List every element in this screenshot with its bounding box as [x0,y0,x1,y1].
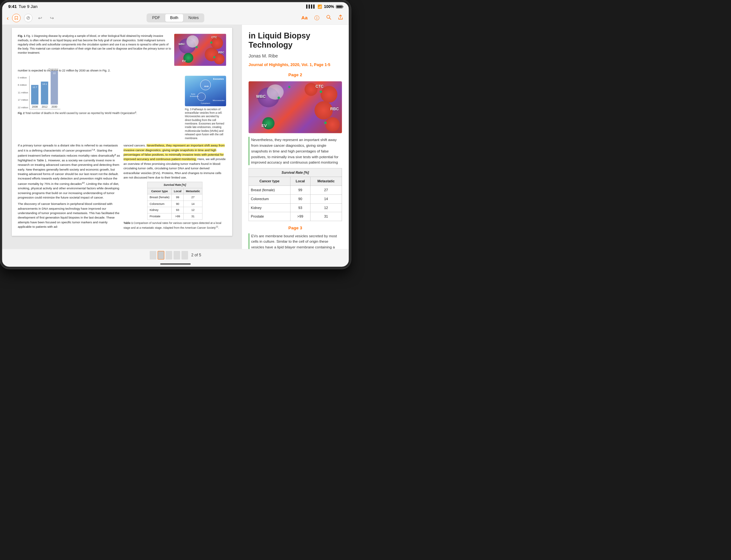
pdf-inline-table: Survival Rate [%] Cancer type Local Meta… [147,182,202,219]
table-row: Colorectum9014 [249,194,342,203]
font-button[interactable]: Aa [300,14,308,22]
body-text-right: vanced cancers. Nevertheless, they repre… [124,143,226,230]
fig1-image: CTC WBC RBC EV [174,34,226,66]
segment-pdf[interactable]: PDF [147,14,165,22]
notes-table-col3: Metastatic [310,177,342,186]
fig3-area: Exosomes MVB Early Endosome Microvesicle… [185,76,226,140]
segment-both[interactable]: Both [165,14,183,22]
chart-caption: Fig. 2 Total number of deaths in the wor… [18,111,182,115]
wifi-icon: 📶 [317,4,322,9]
notes-page3-header: Page 3 [248,225,342,232]
rbc-notes-label: RBC [330,106,339,112]
page-count-label: 2 of 5 [191,253,201,258]
highlight-text: Nevertheless, they represent an importan… [251,137,342,165]
info-button[interactable]: ⓘ [313,13,321,23]
back-button[interactable]: ‹ [7,15,9,21]
projected-label: Projected [48,68,58,71]
pdf-page: Fig. 1 Fig. 1 Diagnosing disease by anal… [12,28,232,236]
bar-chart: 12.7 2008 14.1 201 [29,76,60,109]
table-row: Breast (female)9927 [147,194,202,201]
table-row: Prostate>9931 [147,213,202,220]
table-row: Kidney9312 [147,207,202,213]
battery-icon [336,5,342,9]
body-text-p2: The discovery of cancer biomarkers in pe… [18,201,120,229]
thumb-4[interactable] [173,251,180,260]
chart-y-labels: 22 million 17 million 11 million 6 milli… [18,76,28,109]
bar-2012: 14.1 [41,82,48,105]
page-thumbnails [150,251,188,260]
ev-notes-label: EV [261,123,267,129]
notes-table-col2: Local [290,177,310,186]
svg-line-2 [329,18,331,19]
battery-label: 100% [324,4,334,9]
main-content: Fig. 1 Fig. 1 Diagnosing disease by anal… [2,25,349,249]
share-button[interactable] [337,13,344,22]
bar-2030: 22 [51,71,58,105]
notes-image: CTC WBC RBC EV [248,81,342,133]
date-label: Tue 9 Jan [19,4,37,9]
segment-control: PDF Both Notes [146,13,204,22]
wbc-notes-label: WBC [256,93,266,100]
page3-text-block: EVs are membrane bound vesicles secreted… [248,233,342,249]
body-text-p3: vanced cancers. Nevertheless, they repre… [124,143,226,180]
toolbar: ‹ ↩ ↪ PDF Both [2,11,349,25]
bookmark-button[interactable] [12,14,21,22]
table-row: Colorectum9014 [147,201,202,207]
ctc-notes-label: CTC [315,83,324,90]
table-row: Prostate>9931 [249,212,342,221]
table-caption: Table 1 Comparison of survival rates for… [124,221,226,230]
table-row: Kidney9312 [249,203,342,212]
notes-panel[interactable]: in Liquid Biopsy Technology Jonas M. Rib… [242,25,348,249]
home-bar [160,263,191,264]
signal-icon: ▌▌▌▌ [306,5,315,9]
pdf-panel[interactable]: Fig. 1 Fig. 1 Diagnosing disease by anal… [2,25,242,249]
fig1-caption: Fig. 1 Diagnosing disease by analyzing a… [18,34,171,54]
body-text-p1: If a primary tumor spreads to a distant … [18,143,120,200]
status-bar: 9:41 Tue 9 Jan ▌▌▌▌ 📶 100% [2,2,349,11]
annotation-button[interactable] [24,14,33,22]
highlight-text-block: Nevertheless, they represent an importan… [248,137,342,165]
undo-button[interactable]: ↩ [36,14,44,22]
thumb-3[interactable] [166,251,172,260]
body-text-section: If a primary tumor spreads to a distant … [18,143,226,230]
fig3-caption: Fig. 3 Pathways to secretion of extracel… [185,107,226,140]
page3-text: EVs are membrane bound vesicles secreted… [251,233,342,249]
ctc-label: CTC [211,35,217,39]
notes-page2-header: Page 2 [248,71,342,78]
wbc-label: WBC [179,42,185,46]
rbc-label: RBC [218,51,224,55]
notes-journal: Journal of Highlights, 2020, Vol. 1, Pag… [248,61,342,68]
bar-chart-area: 22 million 17 million 11 million 6 milli… [18,76,182,140]
thumb-2[interactable] [158,251,164,260]
svg-point-0 [27,17,30,20]
table-row: Breast (female)9927 [249,186,342,194]
ipad-frame: 9:41 Tue 9 Jan ▌▌▌▌ 📶 100% ‹ [0,0,351,269]
ev-label: EV [182,59,186,63]
thumb-1[interactable] [150,251,156,260]
notes-table-col1: Cancer type [249,177,290,186]
redo-button[interactable]: ↪ [48,14,56,22]
page-counter-bar: 2 of 5 [2,249,349,261]
notes-table: Survival Rate [%] Cancer type Local Meta… [248,168,342,221]
notes-title: in Liquid Biopsy Technology [248,31,342,50]
notes-author: Jonas M. Ribe [248,52,342,60]
fig3-image: Exosomes MVB Early Endosome Microvesicle… [185,76,226,106]
search-button[interactable] [325,13,332,22]
thumb-5[interactable] [181,251,188,260]
time-label: 9:41 [8,4,17,9]
home-indicator [2,261,349,267]
segment-notes[interactable]: Notes [183,14,203,22]
screen: 9:41 Tue 9 Jan ▌▌▌▌ 📶 100% ‹ [2,2,349,267]
fig1-label: Fig. 1 [18,34,25,37]
bar-2008: 12.7 [31,85,38,104]
